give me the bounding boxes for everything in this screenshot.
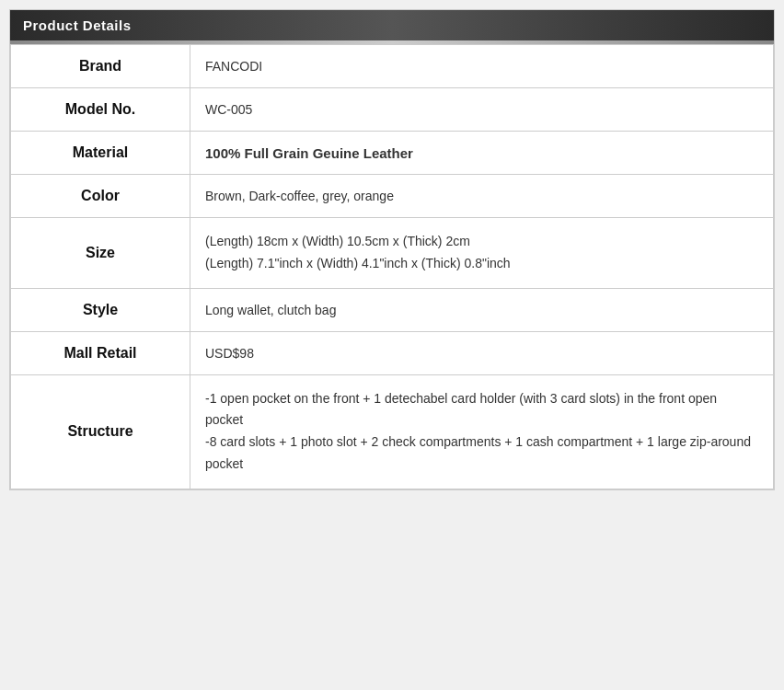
row-label: Size <box>11 218 190 289</box>
row-value: -1 open pocket on the front + 1 detechab… <box>190 374 774 489</box>
page-wrapper: Product Details BrandFANCODIModel No.WC-… <box>0 0 784 500</box>
row-value: FANCODI <box>190 45 774 88</box>
row-label: Style <box>11 288 190 331</box>
table-row: Structure-1 open pocket on the front + 1… <box>11 374 774 489</box>
header-bar: Product Details <box>10 10 774 40</box>
row-value: (Length) 18cm x (Width) 10.5cm x (Thick)… <box>190 218 774 289</box>
row-value-line: (Length) 7.1"inch x (Width) 4.1"inch x (… <box>205 253 758 275</box>
row-value-line: -8 card slots + 1 photo slot + 2 check c… <box>205 431 758 476</box>
table-row: Material100% Full Grain Geuine Leather <box>11 132 774 175</box>
row-label: Color <box>11 175 190 218</box>
row-value: WC-005 <box>190 88 774 132</box>
details-table: BrandFANCODIModel No.WC-005Material100% … <box>10 44 774 489</box>
table-row: StyleLong wallet, clutch bag <box>11 288 774 331</box>
row-label: Brand <box>11 45 190 88</box>
row-label: Model No. <box>11 88 190 132</box>
row-value-line: -1 open pocket on the front + 1 detechab… <box>205 388 758 432</box>
table-row: Size(Length) 18cm x (Width) 10.5cm x (Th… <box>11 218 774 289</box>
table-row: Mall RetailUSD$98 <box>11 331 774 374</box>
row-label: Material <box>11 132 190 175</box>
header-title: Product Details <box>23 17 132 33</box>
table-row: Model No.WC-005 <box>11 88 774 132</box>
row-value-line: (Length) 18cm x (Width) 10.5cm x (Thick)… <box>205 231 758 253</box>
table-row: BrandFANCODI <box>11 45 774 88</box>
row-value: Long wallet, clutch bag <box>190 288 774 331</box>
row-label: Structure <box>11 374 190 489</box>
row-value: USD$98 <box>190 331 774 374</box>
row-value: Brown, Dark-coffee, grey, orange <box>190 175 774 218</box>
row-value: 100% Full Grain Geuine Leather <box>190 132 774 175</box>
table-row: ColorBrown, Dark-coffee, grey, orange <box>11 175 774 218</box>
row-label: Mall Retail <box>11 331 190 374</box>
product-details-container: Product Details BrandFANCODIModel No.WC-… <box>9 9 775 490</box>
